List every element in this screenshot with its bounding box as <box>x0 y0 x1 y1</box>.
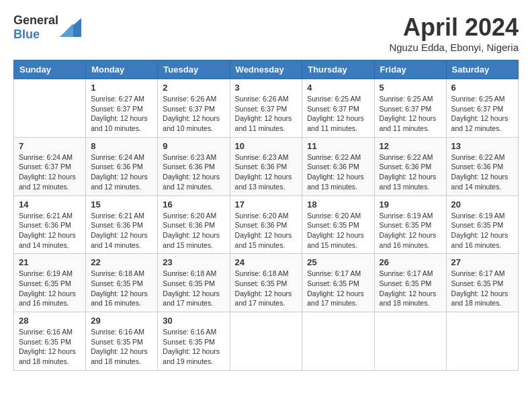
logo-general: General <box>13 13 58 27</box>
calendar-cell <box>14 79 86 138</box>
day-info: Sunrise: 6:25 AMSunset: 6:37 PMDaylight:… <box>380 94 441 134</box>
day-number: 2 <box>163 83 224 93</box>
svg-marker-1 <box>60 24 73 37</box>
logo-blue: Blue <box>13 28 40 41</box>
day-info: Sunrise: 6:27 AMSunset: 6:37 PMDaylight:… <box>91 94 152 134</box>
calendar-cell: 20Sunrise: 6:19 AMSunset: 6:35 PMDayligh… <box>446 195 518 254</box>
calendar-cell: 18Sunrise: 6:20 AMSunset: 6:35 PMDayligh… <box>302 195 374 254</box>
day-info: Sunrise: 6:16 AMSunset: 6:35 PMDaylight:… <box>163 327 224 367</box>
calendar-cell: 23Sunrise: 6:18 AMSunset: 6:35 PMDayligh… <box>158 254 230 312</box>
day-number: 14 <box>19 199 81 210</box>
calendar-cell: 19Sunrise: 6:19 AMSunset: 6:35 PMDayligh… <box>374 195 446 254</box>
day-number: 15 <box>91 199 152 210</box>
day-info: Sunrise: 6:16 AMSunset: 6:35 PMDaylight:… <box>19 327 81 367</box>
day-info: Sunrise: 6:25 AMSunset: 6:37 PMDaylight:… <box>307 94 369 134</box>
calendar-table: SundayMondayTuesdayWednesdayThursdayFrid… <box>13 60 519 371</box>
day-info: Sunrise: 6:21 AMSunset: 6:36 PMDaylight:… <box>91 211 152 250</box>
day-info: Sunrise: 6:24 AMSunset: 6:37 PMDaylight:… <box>19 152 81 192</box>
calendar-cell: 9Sunrise: 6:23 AMSunset: 6:36 PMDaylight… <box>158 137 230 195</box>
calendar-cell: 10Sunrise: 6:23 AMSunset: 6:36 PMDayligh… <box>230 137 302 195</box>
day-number: 26 <box>380 257 441 267</box>
week-row-3: 14Sunrise: 6:21 AMSunset: 6:36 PMDayligh… <box>14 195 519 254</box>
calendar-cell <box>446 312 518 371</box>
week-row-1: 1Sunrise: 6:27 AMSunset: 6:37 PMDaylight… <box>14 79 519 138</box>
weekday-header-sunday: Sunday <box>14 60 86 79</box>
calendar-cell: 8Sunrise: 6:24 AMSunset: 6:36 PMDaylight… <box>86 137 158 195</box>
calendar-cell <box>230 312 302 371</box>
calendar-cell: 26Sunrise: 6:17 AMSunset: 6:35 PMDayligh… <box>374 254 446 312</box>
calendar-cell <box>374 312 446 371</box>
month-title: April 2024 <box>389 13 519 42</box>
day-number: 21 <box>19 257 81 267</box>
day-number: 6 <box>451 83 513 93</box>
logo: General Blue <box>13 13 81 42</box>
weekday-header-friday: Friday <box>374 60 446 79</box>
week-row-2: 7Sunrise: 6:24 AMSunset: 6:37 PMDaylight… <box>14 137 519 195</box>
weekday-header-row: SundayMondayTuesdayWednesdayThursdayFrid… <box>14 60 519 79</box>
day-number: 24 <box>235 257 298 267</box>
day-number: 23 <box>163 257 224 267</box>
calendar-cell: 25Sunrise: 6:17 AMSunset: 6:35 PMDayligh… <box>302 254 374 312</box>
day-number: 13 <box>451 141 513 151</box>
calendar-cell: 22Sunrise: 6:18 AMSunset: 6:35 PMDayligh… <box>86 254 158 312</box>
day-number: 9 <box>163 141 224 151</box>
day-number: 1 <box>91 83 152 93</box>
week-row-5: 28Sunrise: 6:16 AMSunset: 6:35 PMDayligh… <box>14 312 519 371</box>
day-info: Sunrise: 6:23 AMSunset: 6:36 PMDaylight:… <box>163 152 224 192</box>
day-info: Sunrise: 6:23 AMSunset: 6:36 PMDaylight:… <box>235 152 298 192</box>
day-info: Sunrise: 6:22 AMSunset: 6:36 PMDaylight:… <box>380 152 441 192</box>
day-info: Sunrise: 6:18 AMSunset: 6:35 PMDaylight:… <box>163 269 224 308</box>
day-info: Sunrise: 6:19 AMSunset: 6:35 PMDaylight:… <box>19 269 81 308</box>
weekday-header-monday: Monday <box>86 60 158 79</box>
calendar-cell: 30Sunrise: 6:16 AMSunset: 6:35 PMDayligh… <box>158 312 230 371</box>
calendar-cell: 24Sunrise: 6:18 AMSunset: 6:35 PMDayligh… <box>230 254 302 312</box>
day-info: Sunrise: 6:20 AMSunset: 6:36 PMDaylight:… <box>163 211 224 250</box>
day-info: Sunrise: 6:19 AMSunset: 6:35 PMDaylight:… <box>451 211 513 250</box>
weekday-header-wednesday: Wednesday <box>230 60 302 79</box>
calendar-cell: 7Sunrise: 6:24 AMSunset: 6:37 PMDaylight… <box>14 137 86 195</box>
day-number: 28 <box>19 316 81 326</box>
day-info: Sunrise: 6:18 AMSunset: 6:35 PMDaylight:… <box>91 269 152 308</box>
day-info: Sunrise: 6:19 AMSunset: 6:35 PMDaylight:… <box>380 211 441 250</box>
day-number: 27 <box>451 257 513 267</box>
calendar-cell: 2Sunrise: 6:26 AMSunset: 6:37 PMDaylight… <box>158 79 230 138</box>
day-number: 7 <box>19 141 81 151</box>
day-number: 5 <box>380 83 441 93</box>
day-info: Sunrise: 6:18 AMSunset: 6:35 PMDaylight:… <box>235 269 298 308</box>
calendar-cell: 14Sunrise: 6:21 AMSunset: 6:36 PMDayligh… <box>14 195 86 254</box>
day-number: 17 <box>235 199 298 210</box>
calendar-cell: 28Sunrise: 6:16 AMSunset: 6:35 PMDayligh… <box>14 312 86 371</box>
day-info: Sunrise: 6:17 AMSunset: 6:35 PMDaylight:… <box>380 269 441 308</box>
day-info: Sunrise: 6:17 AMSunset: 6:35 PMDaylight:… <box>451 269 513 308</box>
day-number: 22 <box>91 257 152 267</box>
calendar-cell: 3Sunrise: 6:26 AMSunset: 6:37 PMDaylight… <box>230 79 302 138</box>
day-number: 18 <box>307 199 369 210</box>
calendar-cell <box>302 312 374 371</box>
weekday-header-saturday: Saturday <box>446 60 518 79</box>
calendar-cell: 4Sunrise: 6:25 AMSunset: 6:37 PMDaylight… <box>302 79 374 138</box>
logo-text: General Blue <box>13 13 58 42</box>
calendar-cell: 27Sunrise: 6:17 AMSunset: 6:35 PMDayligh… <box>446 254 518 312</box>
day-number: 30 <box>163 316 224 326</box>
calendar-cell: 6Sunrise: 6:25 AMSunset: 6:37 PMDaylight… <box>446 79 518 138</box>
day-number: 3 <box>235 83 298 93</box>
day-number: 29 <box>91 316 152 326</box>
page-header: General Blue April 2024 Nguzu Edda, Ebon… <box>13 13 519 53</box>
day-info: Sunrise: 6:22 AMSunset: 6:36 PMDaylight:… <box>451 152 513 192</box>
calendar-cell: 16Sunrise: 6:20 AMSunset: 6:36 PMDayligh… <box>158 195 230 254</box>
day-info: Sunrise: 6:26 AMSunset: 6:37 PMDaylight:… <box>235 94 298 134</box>
day-info: Sunrise: 6:20 AMSunset: 6:35 PMDaylight:… <box>307 211 369 250</box>
day-number: 16 <box>163 199 224 210</box>
calendar-cell: 12Sunrise: 6:22 AMSunset: 6:36 PMDayligh… <box>374 137 446 195</box>
day-info: Sunrise: 6:21 AMSunset: 6:36 PMDaylight:… <box>19 211 81 250</box>
weekday-header-tuesday: Tuesday <box>158 60 230 79</box>
calendar-cell: 21Sunrise: 6:19 AMSunset: 6:35 PMDayligh… <box>14 254 86 312</box>
calendar-cell: 13Sunrise: 6:22 AMSunset: 6:36 PMDayligh… <box>446 137 518 195</box>
calendar-cell: 29Sunrise: 6:16 AMSunset: 6:35 PMDayligh… <box>86 312 158 371</box>
calendar-cell: 11Sunrise: 6:22 AMSunset: 6:36 PMDayligh… <box>302 137 374 195</box>
calendar-cell: 5Sunrise: 6:25 AMSunset: 6:37 PMDaylight… <box>374 79 446 138</box>
day-info: Sunrise: 6:22 AMSunset: 6:36 PMDaylight:… <box>307 152 369 192</box>
day-info: Sunrise: 6:25 AMSunset: 6:37 PMDaylight:… <box>451 94 513 134</box>
day-number: 19 <box>380 199 441 210</box>
weekday-header-thursday: Thursday <box>302 60 374 79</box>
